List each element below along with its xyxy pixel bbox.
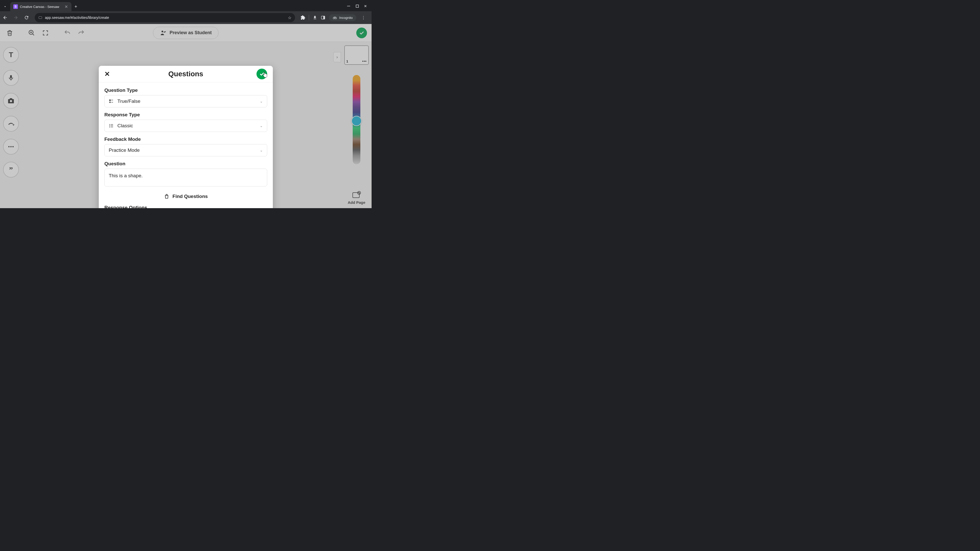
find-questions-label: Find Questions: [172, 194, 208, 199]
feedback-mode-label: Feedback Mode: [104, 137, 267, 142]
side-panel-icon[interactable]: [321, 15, 325, 20]
question-type-select[interactable]: True/False ⌄: [104, 95, 267, 107]
response-type-select[interactable]: Classic ⌄: [104, 120, 267, 132]
svg-point-26: [110, 125, 110, 126]
browser-tab-strip: S Creative Canvas - Seesaw ✕ + ✕: [0, 0, 372, 11]
svg-point-28: [110, 127, 110, 127]
tab-search-dropdown[interactable]: [0, 2, 10, 11]
svg-point-2: [39, 17, 40, 18]
svg-rect-29: [111, 127, 113, 127]
chevron-down-icon: ⌄: [260, 124, 263, 128]
new-tab-button[interactable]: +: [72, 2, 80, 11]
svg-rect-25: [111, 124, 113, 125]
browser-menu-icon[interactable]: ⋮: [360, 15, 367, 20]
svg-point-24: [110, 124, 110, 125]
window-controls: ✕: [347, 1, 372, 11]
url-text: app.seesaw.me/#/activities/library/creat…: [45, 16, 285, 20]
question-text: This is a shape.: [109, 173, 143, 178]
minimize-button[interactable]: [347, 4, 351, 8]
check-icon: [259, 71, 265, 77]
svg-point-8: [333, 17, 334, 19]
bookmark-star-icon[interactable]: ☆: [288, 15, 291, 20]
response-options-label: Response Options: [104, 205, 267, 208]
modal-title: Questions: [169, 70, 204, 78]
question-type-value: True/False: [118, 98, 256, 104]
app-area: Preview as Student T + ” › 1: [0, 24, 372, 208]
incognito-label: Incognito: [339, 16, 353, 20]
question-label: Question: [104, 161, 267, 167]
svg-rect-1: [356, 5, 359, 7]
forward-button[interactable]: [13, 15, 21, 20]
svg-rect-21: [111, 100, 113, 100]
modal-close-button[interactable]: ✕: [104, 70, 110, 78]
list-icon: [109, 123, 114, 128]
svg-point-9: [335, 17, 337, 19]
question-type-label: Question Type: [104, 87, 267, 93]
browser-toolbar: app.seesaw.me/#/activities/library/creat…: [0, 11, 372, 24]
svg-rect-23: [111, 102, 113, 103]
extensions-icon[interactable]: [301, 15, 305, 20]
modal-body[interactable]: Question Type True/False ⌄ Response Type…: [99, 83, 273, 208]
question-text-input[interactable]: This is a shape.: [104, 168, 267, 186]
reload-button[interactable]: [24, 15, 31, 20]
maximize-button[interactable]: [356, 5, 359, 8]
response-type-value: Classic: [118, 123, 256, 129]
incognito-badge[interactable]: Incognito: [329, 14, 356, 21]
address-bar[interactable]: app.seesaw.me/#/activities/library/creat…: [35, 13, 295, 22]
response-type-label: Response Type: [104, 112, 267, 118]
questions-modal: ✕ Questions Question Type True/False ⌄ R…: [99, 66, 273, 208]
window-close-button[interactable]: ✕: [364, 4, 367, 8]
tab-title: Creative Canvas - Seesaw: [20, 5, 62, 9]
find-questions-button[interactable]: Find Questions: [104, 191, 267, 204]
back-button[interactable]: [3, 15, 10, 20]
tab-favicon: S: [13, 4, 18, 9]
chevron-down-icon: ⌄: [260, 99, 263, 103]
svg-rect-7: [323, 16, 325, 19]
true-false-icon: [109, 99, 114, 104]
modal-header: ✕ Questions: [99, 66, 273, 83]
incognito-icon: [332, 16, 337, 19]
feedback-mode-value: Practice Mode: [109, 148, 256, 153]
site-settings-icon[interactable]: [38, 16, 42, 20]
modal-confirm-button[interactable]: [256, 68, 267, 79]
chevron-down-icon: ⌄: [260, 148, 263, 152]
svg-rect-0: [347, 6, 350, 6]
feedback-mode-select[interactable]: Practice Mode ⌄: [104, 144, 267, 156]
svg-rect-27: [111, 125, 113, 126]
downloads-icon[interactable]: [313, 15, 317, 20]
svg-point-4: [41, 17, 41, 18]
browser-tab-active[interactable]: S Creative Canvas - Seesaw ✕: [10, 2, 72, 11]
svg-point-22: [110, 102, 111, 103]
shopping-bag-icon: [164, 194, 169, 199]
tab-close-icon[interactable]: ✕: [64, 4, 68, 10]
svg-point-3: [40, 17, 41, 18]
